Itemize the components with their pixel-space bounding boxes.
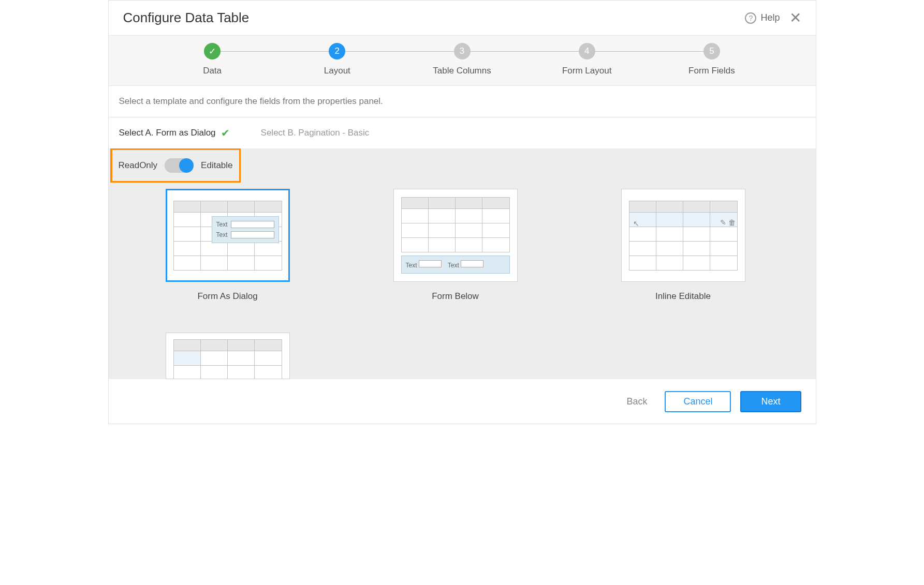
back-button[interactable]: Back (618, 392, 655, 411)
dialog-footer: Back Cancel Next (109, 379, 816, 424)
step-layout[interactable]: 2 Layout (275, 43, 400, 76)
template-preview: Text Text (166, 189, 290, 282)
template-additional[interactable] (166, 333, 290, 379)
step-label: Form Fields (688, 66, 735, 76)
step-label: Data (203, 66, 222, 76)
step-circle-pending: 3 (454, 43, 471, 59)
template-preview: Text Text (393, 189, 518, 282)
template-label: Inline Editable (655, 291, 711, 302)
check-icon: ✔ (221, 127, 230, 139)
preview-mini-table (173, 339, 282, 379)
step-circle-pending: 5 (703, 43, 720, 59)
preview-field-label: Text (216, 221, 228, 228)
step-connector (337, 51, 462, 52)
step-form-layout[interactable]: 4 Form Layout (524, 43, 649, 76)
close-icon: ✕ (789, 10, 801, 26)
template-inline-editable[interactable]: ↖ ✎ 🗑 Inline Editable (621, 189, 745, 302)
wizard-stepper: ✓ Data 2 Layout 3 Table Columns 4 Form L… (109, 35, 816, 86)
toggle-label-editable: Editable (201, 160, 232, 171)
pencil-icon: ✎ (720, 218, 726, 227)
editable-toggle[interactable] (165, 158, 194, 173)
preview-field-label: Text (448, 262, 459, 269)
step-circle-pending: 4 (579, 43, 595, 59)
selection-b[interactable]: Select B. Pagination - Basic (261, 128, 370, 138)
step-connector (462, 51, 587, 52)
step-data[interactable]: ✓ Data (150, 43, 275, 76)
help-icon: ? (745, 12, 756, 24)
layout-options-area: ReadOnly Editable (109, 148, 816, 379)
step-connector (212, 51, 337, 52)
toggle-label-readonly: ReadOnly (119, 160, 158, 171)
template-preview: ↖ ✎ 🗑 (621, 189, 745, 282)
preview-inline-action-icons: ✎ 🗑 (720, 218, 736, 227)
step-circle-active: 2 (329, 43, 345, 59)
template-label: Form Below (432, 291, 479, 302)
template-card-grid-row2 (109, 322, 816, 379)
cancel-button[interactable]: Cancel (665, 391, 731, 412)
selection-summary: Select A. Form as Dialog ✔ Select B. Pag… (109, 117, 816, 148)
preview-mini-table (401, 197, 510, 252)
template-preview (166, 333, 290, 379)
preview-dialog-overlay: Text Text (212, 216, 279, 243)
readonly-editable-toggle-group: ReadOnly Editable (110, 148, 241, 183)
template-form-as-dialog[interactable]: Text Text Form As Dialog (166, 189, 290, 302)
cursor-icon: ↖ (633, 219, 639, 228)
header-actions: ? Help ✕ (745, 11, 801, 25)
toggle-knob (179, 158, 194, 173)
step-label: Form Layout (562, 66, 611, 76)
next-button[interactable]: Next (740, 391, 801, 412)
help-link[interactable]: ? Help (745, 12, 780, 24)
step-form-fields[interactable]: 5 Form Fields (649, 43, 774, 76)
configure-data-table-dialog: Configure Data Table ? Help ✕ ✓ Data 2 L… (108, 0, 816, 424)
template-label: Form As Dialog (197, 291, 257, 302)
step-label: Layout (324, 66, 350, 76)
trash-icon: 🗑 (728, 218, 736, 227)
template-card-grid: Text Text Form As Dialog (109, 183, 816, 322)
selection-a[interactable]: Select A. Form as Dialog ✔ (119, 127, 230, 139)
close-button[interactable]: ✕ (789, 11, 801, 25)
instruction-text: Select a template and configure the fiel… (109, 86, 816, 117)
template-form-below[interactable]: Text Text Form Below (393, 189, 518, 302)
selection-a-label: Select A. Form as Dialog (119, 128, 216, 138)
preview-field-label: Text (216, 231, 228, 238)
preview-form-below-box: Text Text (401, 256, 510, 274)
help-label: Help (760, 12, 780, 23)
preview-mini-table (629, 201, 738, 271)
step-circle-completed: ✓ (204, 43, 221, 59)
step-connector (587, 51, 712, 52)
dialog-title: Configure Data Table (123, 10, 250, 26)
dialog-header: Configure Data Table ? Help ✕ (109, 1, 816, 35)
step-label: Table Columns (433, 66, 491, 76)
check-icon: ✓ (209, 46, 216, 57)
preview-field-label: Text (406, 262, 417, 269)
step-table-columns[interactable]: 3 Table Columns (400, 43, 524, 76)
